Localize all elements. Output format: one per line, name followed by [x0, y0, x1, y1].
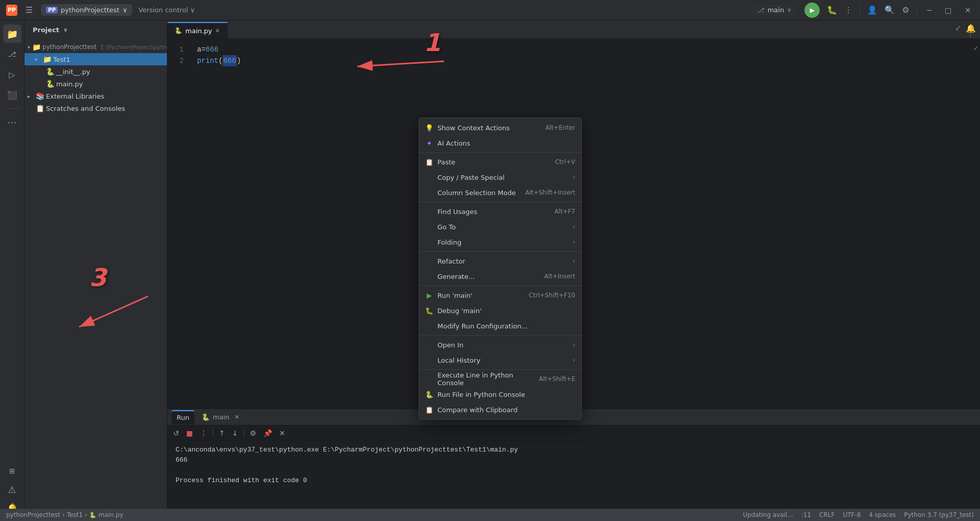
activity-commit-icon[interactable]: ⎇ — [3, 45, 21, 63]
debug-bug-icon: 🐛 — [425, 307, 433, 315]
status-crlf[interactable]: CRLF — [819, 511, 835, 518]
run-tab[interactable]: Run — [172, 410, 194, 424]
maximize-button[interactable]: □ — [942, 5, 954, 15]
run-button[interactable]: ▶ — [804, 3, 820, 18]
tree-item-root-label: pythonProjecttest — [42, 43, 96, 51]
project-selector[interactable]: PP pythonProjecttest ∨ — [41, 4, 132, 16]
menu-item-goto[interactable]: Go To › — [419, 219, 581, 234]
close-button[interactable]: ✕ — [962, 5, 974, 15]
project-name: pythonProjecttest — [61, 6, 119, 14]
sidebar: Project ∨ ▾ 📁 pythonProjecttest E:\Pycha… — [24, 20, 167, 521]
python-file-icon: 🐍 — [46, 80, 54, 88]
menu-item-folding[interactable]: Folding › — [419, 234, 581, 250]
editor-gutter: ✓ — [972, 39, 980, 409]
tree-item-main[interactable]: 🐍 main.py — [24, 78, 167, 90]
menu-item-run-file-console[interactable]: 🐍 Run File in Python Console — [419, 387, 581, 402]
bug-icon[interactable]: 🐛 — [827, 5, 837, 15]
more-actions-icon[interactable]: ⋮ — [199, 428, 209, 439]
menu-separator-6 — [419, 369, 581, 370]
run-config-icon: 🐍 — [202, 413, 210, 421]
menu-item-copy-paste-special[interactable]: Copy / Paste Special › — [419, 170, 581, 185]
tree-item-scratches[interactable]: 📋 Scratches and Consoles — [24, 102, 167, 114]
tree-item-ext-libs[interactable]: ▸ 📚 External Libraries — [24, 90, 167, 102]
run-tab-label: Run — [177, 414, 189, 421]
menu-item-ai-actions[interactable]: ✦ AI Actions — [419, 135, 581, 151]
tree-item-test1[interactable]: ▾ 📁 Test1 — [24, 53, 167, 65]
python-file-icon: 🐍 — [46, 67, 54, 76]
settings-icon[interactable]: ⚙ — [902, 5, 909, 15]
console-line-2: 666 — [176, 455, 972, 465]
project-title: Project — [33, 26, 59, 34]
activity-run-debug-icon[interactable]: ▷ — [3, 65, 21, 84]
status-right: Updating avail... :11 CRLF UTF-8 4 space… — [743, 511, 974, 518]
menu-separator-1 — [419, 152, 581, 153]
menu-item-paste[interactable]: 📋 Paste Ctrl+V — [419, 154, 581, 170]
tree-item-root-path: E:\PycharmProject\pythonProjecttest — [101, 44, 167, 51]
activity-project-icon[interactable]: 📁 — [3, 25, 21, 43]
run-config-tab[interactable]: 🐍 main ✕ — [197, 410, 244, 424]
menu-item-local-history[interactable]: Local History › — [419, 352, 581, 368]
menu-item-open-in[interactable]: Open In › — [419, 337, 581, 352]
breadcrumb-file[interactable]: main.py — [99, 511, 124, 518]
code-content[interactable]: a = 666 print ( 666 ) — [192, 39, 972, 409]
pin-icon[interactable]: 📌 — [262, 428, 274, 439]
menu-item-execute-line[interactable]: Execute Line in Python Console Alt+Shift… — [419, 371, 581, 387]
tab-close-button[interactable]: ✕ — [215, 28, 220, 34]
scratches-icon: 📋 — [36, 104, 44, 112]
menu-item-modify-run[interactable]: Modify Run Configuration... — [419, 318, 581, 334]
menu-separator-2 — [419, 202, 581, 202]
editor-tab-main[interactable]: 🐍 main.py ✕ — [167, 22, 228, 38]
close-panel-icon[interactable]: ✕ — [278, 428, 287, 439]
menu-item-show-context[interactable]: 💡 Show Context Actions Alt+Enter — [419, 120, 581, 135]
rerun-icon[interactable]: ↺ — [172, 428, 181, 439]
tree-item-init[interactable]: 🐍 __init__.py — [24, 65, 167, 78]
scroll-down-icon[interactable]: ↓ — [231, 428, 240, 439]
chevron-down-icon: ▾ — [28, 44, 30, 50]
status-updating[interactable]: Updating avail... — [743, 511, 793, 518]
profile-icon[interactable]: 👤 — [867, 5, 877, 15]
menu-separator-5 — [419, 335, 581, 336]
breadcrumb-project[interactable]: pythonProjecttest — [6, 511, 60, 518]
scroll-up-icon[interactable]: ↑ — [217, 428, 227, 439]
version-control-selector[interactable]: Version control ∨ — [138, 6, 195, 14]
checkmark-icon[interactable]: ✓ — [955, 23, 962, 33]
sidebar-header[interactable]: Project ∨ — [24, 20, 167, 39]
status-encoding[interactable]: UTF-8 — [843, 511, 861, 518]
tree-item-main-label: main.py — [56, 80, 83, 88]
vc-label: Version control — [138, 6, 188, 14]
menu-item-find-usages[interactable]: Find Usages Alt+F7 — [419, 204, 581, 219]
search-everywhere-icon[interactable]: 🔍 — [885, 5, 895, 15]
code-assign: = — [201, 44, 205, 55]
minimize-button[interactable]: ─ — [924, 5, 935, 15]
hamburger-menu[interactable]: ☰ — [23, 3, 35, 17]
menu-item-refactor[interactable]: Refactor › — [419, 253, 581, 269]
breadcrumb-folder[interactable]: Test1 — [67, 511, 83, 518]
settings-icon[interactable]: ⚙ — [248, 428, 258, 439]
branch-selector[interactable]: ⎇ main ∨ — [751, 5, 797, 15]
more-options-icon[interactable]: ⋮ — [844, 5, 852, 15]
tree-item-root[interactable]: ▾ 📁 pythonProjecttest E:\PycharmProject\… — [24, 41, 167, 53]
project-title-chevron-icon: ∨ — [63, 27, 68, 33]
menu-item-debug-main[interactable]: 🐛 Debug 'main' — [419, 303, 581, 318]
library-icon: 📚 — [36, 92, 44, 100]
status-bar: pythonProjecttest › Test1 › 🐍 main.py Up… — [0, 509, 980, 521]
run-config-close-icon[interactable]: ✕ — [234, 414, 239, 420]
titlebar-actions: ⎇ main ∨ ▶ 🐛 ⋮ 👤 🔍 ⚙ ─ □ ✕ — [751, 3, 974, 18]
stop-icon[interactable]: ■ — [185, 428, 194, 439]
menu-item-run-main[interactable]: ▶ Run 'main' Ctrl+Shift+F10 — [419, 288, 581, 303]
chevron-down-icon: ▾ — [35, 57, 41, 62]
activity-problems-icon[interactable]: ⚠ — [3, 480, 21, 499]
menu-item-column-selection[interactable]: Column Selection Mode Alt+Shift+Insert — [419, 185, 581, 200]
validation-ok-icon: ✓ — [974, 44, 978, 53]
code-func: print — [197, 55, 218, 66]
status-indent[interactable]: 4 spaces — [869, 511, 896, 518]
menu-item-compare-clipboard[interactable]: 📋 Compare with Clipboard — [419, 402, 581, 417]
status-interpreter[interactable]: Python 3.7 (py37_test) — [904, 511, 974, 518]
activity-terminal-icon[interactable]: ⊞ — [3, 462, 21, 480]
chevron-right-icon: ▸ — [28, 93, 34, 99]
status-line-col[interactable]: :11 — [801, 511, 811, 518]
activity-plugins-icon[interactable]: ⬛ — [3, 86, 21, 104]
notifications-icon[interactable]: 🔔 — [966, 23, 976, 33]
menu-item-generate[interactable]: Generate... Alt+Insert — [419, 269, 581, 284]
activity-more-icon[interactable]: ⋯ — [3, 113, 21, 131]
